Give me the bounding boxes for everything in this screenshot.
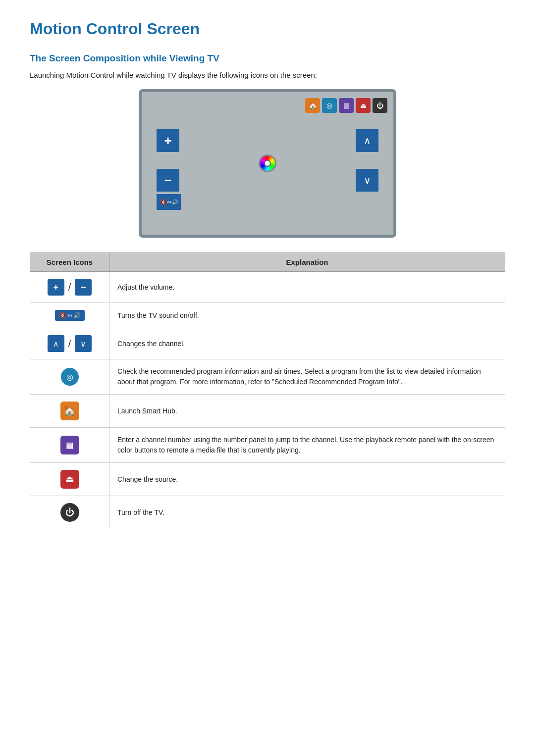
volume-icons: + / − xyxy=(48,279,92,296)
number-panel-icon: ▤ xyxy=(60,436,79,454)
table-header-icons: Screen Icons xyxy=(30,253,109,272)
volume-plus-tv-icon: + xyxy=(157,129,179,152)
table-row: 🔇 ⇔ 🔊 Turns the TV sound on/off. xyxy=(30,303,505,328)
channel-up-icon: ∧ xyxy=(48,335,64,352)
explanation-cell-channel: Changes the channel. xyxy=(109,328,505,359)
mute-icon: 🔇 ⇔ 🔊 xyxy=(55,310,85,321)
mute-sound-icon: 🔊 xyxy=(73,312,81,319)
intro-text: Launching Motion Control while watching … xyxy=(30,71,505,79)
table-row: ⏏ Change the source. xyxy=(30,463,505,496)
table-row: 🏠 Launch Smart Hub. xyxy=(30,395,505,428)
icon-cell-recommended: ◎ xyxy=(30,359,109,395)
table-row: ∧ / ∨ Changes the channel. xyxy=(30,328,505,359)
channel-down-icon: ∨ xyxy=(75,335,92,352)
recommended-icon: ◎ xyxy=(61,368,79,386)
table-row: ◎ Check the recommended program informat… xyxy=(30,359,505,395)
explanation-cell-smarthub: Launch Smart Hub. xyxy=(109,395,505,428)
power-tv-icon: ⏻ xyxy=(373,98,387,113)
recommended-tv-icon: ◎ xyxy=(322,98,337,113)
smart-hub-icon: 🏠 xyxy=(60,402,79,420)
icon-cell-mute: 🔇 ⇔ 🔊 xyxy=(30,303,109,328)
channel-down-tv-icon: ∨ xyxy=(356,169,378,192)
tv-screen: 🏠 ◎ ▤ ⏏ ⏻ + − 🔇⇔🔊 ∧ ∨ xyxy=(139,89,396,238)
vol-plus-icon: + xyxy=(48,279,64,296)
icons-table: Screen Icons Explanation + / − Adjust th… xyxy=(30,252,505,529)
icon-cell-source: ⏏ xyxy=(30,463,109,496)
explanation-cell-source: Change the source. xyxy=(109,463,505,496)
explanation-cell-volume: Adjust the volume. xyxy=(109,272,505,303)
page-title: Motion Control Screen xyxy=(30,20,505,38)
cursor-center xyxy=(264,160,271,167)
icon-cell-channel: ∧ / ∨ xyxy=(30,328,109,359)
explanation-cell-recommended: Check the recommended program informatio… xyxy=(109,359,505,395)
channel-up-tv-icon: ∧ xyxy=(356,129,378,152)
explanation-cell-numberpanel: Enter a channel number using the number … xyxy=(109,428,505,463)
table-row: ▤ Enter a channel number using the numbe… xyxy=(30,428,505,463)
mute-swap-icon: ⇔ xyxy=(67,312,72,319)
power-icon: ⏻ xyxy=(60,503,79,522)
mute-arrow-icon: 🔇 xyxy=(59,312,66,319)
mute-tv-icon: 🔇⇔🔊 xyxy=(157,194,181,210)
section-title: The Screen Composition while Viewing TV xyxy=(30,53,505,64)
icon-cell-smarthub: 🏠 xyxy=(30,395,109,428)
number-panel-tv-icon: ▤ xyxy=(339,98,354,113)
slash-sep: / xyxy=(68,338,71,350)
explanation-cell-mute: Turns the TV sound on/off. xyxy=(109,303,505,328)
volume-minus-tv-icon: − xyxy=(157,169,179,192)
explanation-cell-power: Turn off the TV. xyxy=(109,496,505,529)
slash-sep: / xyxy=(68,282,71,293)
source-icon: ⏏ xyxy=(60,470,79,489)
table-header-explanation: Explanation xyxy=(109,253,505,272)
table-row: + / − Adjust the volume. xyxy=(30,272,505,303)
vol-minus-icon: − xyxy=(75,279,92,296)
smart-hub-tv-icon: 🏠 xyxy=(305,98,320,113)
icon-cell-volume: + / − xyxy=(30,272,109,303)
motion-cursor xyxy=(259,154,276,172)
source-tv-icon: ⏏ xyxy=(356,98,371,113)
tv-top-icons: 🏠 ◎ ▤ ⏏ ⏻ xyxy=(305,98,387,113)
tv-screen-illustration: 🏠 ◎ ▤ ⏏ ⏻ + − 🔇⇔🔊 ∧ ∨ xyxy=(30,89,505,238)
icon-cell-numberpanel: ▤ xyxy=(30,428,109,463)
table-row: ⏻ Turn off the TV. xyxy=(30,496,505,529)
icon-cell-power: ⏻ xyxy=(30,496,109,529)
channel-icons: ∧ / ∨ xyxy=(48,335,92,352)
